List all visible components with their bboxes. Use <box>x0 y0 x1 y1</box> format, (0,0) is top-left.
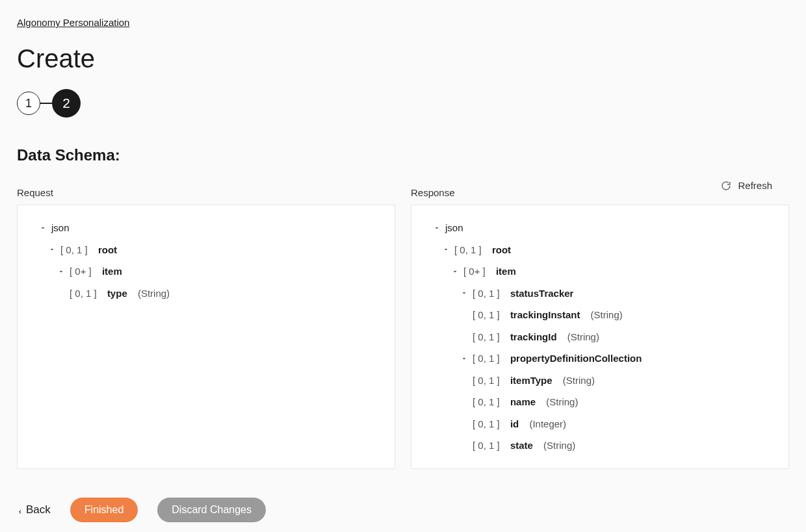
data-type: (String) <box>567 329 599 346</box>
tree-label: statusTracker <box>510 285 574 302</box>
tree-label: name <box>510 394 536 411</box>
cardinality: [ 0, 1 ] <box>70 285 97 302</box>
tree-node-name[interactable]: [ 0, 1 ] name (String) <box>421 391 779 413</box>
tree-node-root[interactable]: [ 0, 1 ] root <box>421 239 779 261</box>
tree-label: propertyDefinitionCollection <box>510 350 642 367</box>
cardinality: [ 0+ ] <box>70 263 92 280</box>
tree-node-json[interactable]: json <box>421 217 779 239</box>
tree-node-trackingid[interactable]: [ 0, 1 ] trackingId (String) <box>421 326 779 348</box>
tree-label: item <box>496 263 516 280</box>
cardinality: [ 0, 1 ] <box>473 350 500 367</box>
finished-button[interactable]: Finished <box>70 498 138 522</box>
tree-node-json[interactable]: json <box>27 217 385 239</box>
data-type: (String) <box>138 285 170 302</box>
request-label: Request <box>17 187 395 198</box>
cardinality: [ 0, 1 ] <box>473 329 500 346</box>
chevron-down-icon[interactable] <box>450 268 460 275</box>
cardinality: [ 0, 1 ] <box>473 372 500 389</box>
section-title-data-schema: Data Schema: <box>17 146 789 164</box>
chevron-down-icon[interactable] <box>460 355 469 362</box>
discard-changes-button[interactable]: Discard Changes <box>157 498 266 522</box>
cardinality: [ 0, 1 ] <box>473 437 500 454</box>
chevron-down-icon[interactable] <box>38 224 47 232</box>
tree-node-state[interactable]: [ 0, 1 ] state (String) <box>421 435 779 457</box>
tree-label: trackingInstant <box>510 307 580 323</box>
cardinality: [ 0, 1 ] <box>60 242 88 259</box>
tree-node-itemtype[interactable]: [ 0, 1 ] itemType (String) <box>421 370 779 392</box>
tree-label: json <box>445 220 463 236</box>
tree-node-item[interactable]: [ 0+ ] item <box>27 260 385 283</box>
chevron-left-icon <box>17 505 23 514</box>
request-panel: json [ 0, 1 ] root [ 0+ ] item [ 0, 1 ] … <box>17 205 395 469</box>
data-type: (String) <box>543 437 575 454</box>
step-2[interactable]: 2 <box>52 89 81 118</box>
tree-label: item <box>102 263 122 280</box>
response-panel: json [ 0, 1 ] root [ 0+ ] item [ 0, 1 ] … <box>411 205 789 469</box>
tree-label: state <box>510 437 533 454</box>
tree-label: json <box>51 220 70 236</box>
chevron-down-icon[interactable] <box>432 224 441 232</box>
breadcrumb-link[interactable]: Algonomy Personalization <box>17 17 129 28</box>
tree-label: root <box>98 242 117 259</box>
back-button[interactable]: Back <box>17 503 51 516</box>
step-1[interactable]: 1 <box>17 92 40 115</box>
tree-label: itemType <box>510 372 552 389</box>
step-connector <box>40 103 52 104</box>
cardinality: [ 0, 1 ] <box>473 416 500 433</box>
tree-node-id[interactable]: [ 0, 1 ] id (Integer) <box>421 413 779 435</box>
page-title: Create <box>17 44 789 73</box>
tree-label: type <box>107 285 127 302</box>
data-type: (String) <box>563 372 595 389</box>
tree-node-statustracker[interactable]: [ 0, 1 ] statusTracker <box>421 283 779 305</box>
tree-label: root <box>492 242 511 259</box>
chevron-down-icon[interactable] <box>57 268 66 275</box>
data-type: (String) <box>591 307 623 323</box>
tree-label: trackingId <box>510 329 557 346</box>
tree-node-type[interactable]: [ 0, 1 ] type (String) <box>27 283 385 305</box>
cardinality: [ 0, 1 ] <box>473 285 500 302</box>
chevron-down-icon[interactable] <box>441 246 450 253</box>
cardinality: [ 0, 1 ] <box>473 394 500 411</box>
cardinality: [ 0, 1 ] <box>454 242 482 259</box>
data-type: (Integer) <box>529 416 566 433</box>
tree-node-root[interactable]: [ 0, 1 ] root <box>27 239 385 261</box>
chevron-down-icon[interactable] <box>460 289 469 297</box>
data-type: (String) <box>546 394 578 411</box>
stepper: 1 2 <box>17 89 789 118</box>
cardinality: [ 0, 1 ] <box>473 307 500 323</box>
tree-label: id <box>510 416 519 433</box>
tree-node-item[interactable]: [ 0+ ] item <box>421 260 779 283</box>
back-label: Back <box>26 503 51 516</box>
tree-node-trackinginstant[interactable]: [ 0, 1 ] trackingInstant (String) <box>421 304 779 326</box>
chevron-down-icon[interactable] <box>47 246 57 253</box>
tree-node-propertydefinitioncollection[interactable]: [ 0, 1 ] propertyDefinitionCollection <box>421 348 779 370</box>
response-label: Response <box>411 187 789 198</box>
cardinality: [ 0+ ] <box>463 263 486 280</box>
